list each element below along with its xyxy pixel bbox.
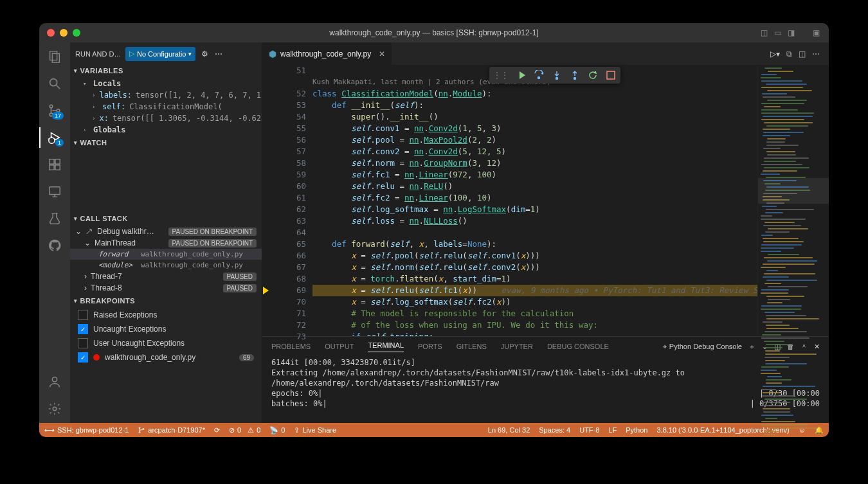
svg-line-10 — [48, 139, 50, 139]
svg-rect-12 — [50, 159, 54, 164]
editor-tabs: ⬢ walkthrough_code_only.py ✕ ▷▾ ⧉ ◫ ⋯ — [262, 42, 829, 65]
callstack-frame[interactable]: forwardwalkthrough_code_only.py — [70, 249, 262, 260]
problems-indicator[interactable]: ⊘ 0 ⚠ 0 — [229, 426, 260, 435]
run-dropdown-icon[interactable]: ▷▾ — [770, 49, 780, 58]
watch-empty-area[interactable] — [70, 148, 262, 213]
split-editor-icon[interactable]: ◫ — [799, 49, 806, 58]
remote-explorer-icon[interactable] — [47, 184, 62, 199]
scope-locals[interactable]: ▾Locals — [70, 78, 262, 89]
more-actions-icon[interactable]: ⋯ — [812, 49, 820, 58]
breakpoint-raised-exceptions[interactable]: Raised Exceptions — [70, 308, 262, 322]
step-out-button[interactable] — [569, 69, 581, 81]
callstack-section-header[interactable]: ▾CALL STACK — [70, 213, 262, 224]
callstack-thread[interactable]: ›Thread-7PAUSED — [70, 271, 262, 282]
debug-toolbar[interactable]: ⋮⋮ — [489, 67, 620, 84]
panel-tab-problems[interactable]: PROBLEMS — [271, 343, 311, 350]
toggle-panel-icon[interactable]: ◫ — [761, 28, 768, 37]
svg-line-11 — [54, 139, 55, 139]
testing-icon[interactable] — [47, 211, 62, 226]
sync-indicator[interactable]: ⟳ — [214, 426, 220, 435]
toggle-sidebar-icon[interactable]: ▭ — [774, 28, 781, 37]
restart-button[interactable] — [587, 69, 599, 81]
breakpoint-uncaught-exceptions[interactable]: ✓Uncaught Exceptions — [70, 322, 262, 336]
window-minimize-dot[interactable] — [60, 29, 68, 37]
svg-point-26 — [574, 78, 576, 80]
explorer-icon[interactable] — [47, 49, 62, 64]
breakpoint-file-row[interactable]: ✓walkthrough_code_only.py69 — [70, 350, 262, 364]
step-over-button[interactable] — [533, 69, 545, 81]
accounts-icon[interactable] — [47, 374, 62, 390]
encoding-indicator[interactable]: UTF-8 — [579, 426, 599, 434]
vscode-window: walkthrough_code_only.py — basics [SSH: … — [39, 23, 829, 437]
more-icon[interactable]: ⋯ — [213, 49, 224, 58]
callstack-session[interactable]: ⌄⸕Debug walkthr…PAUSED ON BREAKPOINT — [70, 226, 262, 237]
callstack-thread-main[interactable]: ⌄MainThreadPAUSED ON BREAKPOINT — [70, 237, 262, 249]
source-control-icon[interactable]: 17 — [47, 103, 62, 118]
terminal-output[interactable]: 6144it [00:00, 33423870.01it/s]Extractin… — [262, 356, 829, 423]
extensions-icon[interactable] — [47, 157, 62, 172]
toolbar-grip-icon[interactable]: ⋮⋮ — [493, 71, 509, 80]
maximize-panel-icon[interactable]: ＾ — [800, 342, 808, 352]
customize-layout-icon[interactable]: ▣ — [813, 28, 820, 37]
activity-bar: 17 1 — [39, 42, 70, 423]
toggle-secondary-sidebar-icon[interactable]: ◨ — [788, 28, 795, 37]
watch-section-header[interactable]: ▾WATCH — [70, 137, 262, 148]
svg-rect-13 — [55, 159, 60, 164]
panel-tab-output[interactable]: OUTPUT — [325, 343, 354, 350]
step-into-button[interactable] — [551, 69, 563, 81]
code-editor[interactable]: 5152535455565758596061626364656667686970… — [262, 65, 757, 336]
titlebar: walkthrough_code_only.py — basics [SSH: … — [39, 23, 829, 42]
new-terminal-icon[interactable]: ＋ — [748, 342, 755, 352]
panel-tab-debug-console[interactable]: DEBUG CONSOLE — [547, 343, 609, 350]
cursor-position[interactable]: Ln 69, Col 32 — [488, 426, 530, 434]
panel-tab-terminal[interactable]: TERMINAL — [368, 341, 404, 352]
panel: PROBLEMSOUTPUTTERMINALPORTSGITLENSJUPYTE… — [262, 336, 829, 423]
editor-tab[interactable]: ⬢ walkthrough_code_only.py ✕ — [262, 42, 392, 65]
svg-point-19 — [52, 377, 57, 382]
indentation-indicator[interactable]: Spaces: 4 — [539, 426, 570, 434]
gear-icon[interactable]: ⚙ — [199, 49, 210, 58]
github-icon[interactable] — [47, 238, 62, 253]
callstack-frame[interactable]: <module>walkthrough_code_only.py — [70, 260, 262, 271]
remote-indicator[interactable]: ⟷ SSH: gbnwp-pod012-1 — [44, 426, 129, 435]
language-mode[interactable]: Python — [626, 426, 647, 434]
close-panel-icon[interactable]: ✕ — [814, 343, 820, 351]
breakpoints-section-header[interactable]: ▾BREAKPOINTS — [70, 295, 262, 307]
git-branch-indicator[interactable]: arcpatch-D71907* — [138, 426, 205, 434]
eol-indicator[interactable]: LF — [608, 426, 617, 434]
variable-row[interactable]: ›x: tensor([[ 1.3065, -0.3144, -0.6283, … — [70, 112, 262, 124]
terminal-profile-dropdown[interactable]: ⌖Python Debug Console — [663, 343, 742, 351]
minimap[interactable] — [757, 65, 829, 336]
variables-section-header[interactable]: ▾VARIABLES — [70, 65, 262, 76]
panel-tabs: PROBLEMSOUTPUTTERMINALPORTSGITLENSJUPYTE… — [262, 337, 829, 356]
debug-config-dropdown[interactable]: ▷ No Configuratio ▾ — [125, 47, 195, 61]
breakpoint-dot-icon — [93, 354, 100, 361]
breakpoint-user-uncaught-exceptions[interactable]: User Uncaught Exceptions — [70, 336, 262, 350]
live-share-indicator[interactable]: ⇪ Live Share — [294, 426, 336, 435]
diff-icon[interactable]: ⧉ — [786, 49, 792, 58]
svg-point-25 — [556, 78, 558, 80]
search-icon[interactable] — [47, 76, 62, 91]
variable-row[interactable]: ›labels: tensor([1, 2, 4, 7, 6, 7, 1, 7,… — [70, 89, 262, 101]
window-zoom-dot[interactable] — [73, 29, 80, 37]
continue-button[interactable] — [515, 69, 527, 81]
window-close-dot[interactable] — [47, 29, 55, 37]
panel-tab-ports[interactable]: PORTS — [418, 343, 442, 350]
svg-point-24 — [538, 77, 540, 79]
window-title: walkthrough_code_only.py — basics [SSH: … — [39, 28, 829, 37]
callstack-thread[interactable]: ›Thread-8PAUSED — [70, 282, 262, 294]
close-tab-icon[interactable]: ✕ — [379, 49, 385, 58]
panel-tab-gitlens[interactable]: GITLENS — [457, 343, 487, 350]
stop-button[interactable] — [605, 69, 617, 81]
minimap-viewport[interactable] — [758, 178, 829, 204]
scope-globals[interactable]: ›Globals — [70, 124, 262, 136]
run-debug-icon[interactable]: 1 — [47, 130, 62, 145]
settings-gear-icon[interactable] — [47, 401, 62, 417]
variable-row[interactable]: ›self: ClassificationModel( — [70, 101, 262, 112]
panel-tab-jupyter[interactable]: JUPYTER — [501, 343, 533, 350]
status-bar: ⟷ SSH: gbnwp-pod012-1 arcpatch-D71907* ⟳… — [39, 423, 829, 437]
svg-rect-1 — [52, 53, 59, 62]
debug-sidebar: RUN AND DE… ▷ No Configuratio ▾ ⚙ ⋯ ▾VAR… — [70, 42, 262, 423]
ports-indicator[interactable]: 📡 0 — [269, 426, 285, 435]
svg-rect-14 — [50, 165, 54, 170]
